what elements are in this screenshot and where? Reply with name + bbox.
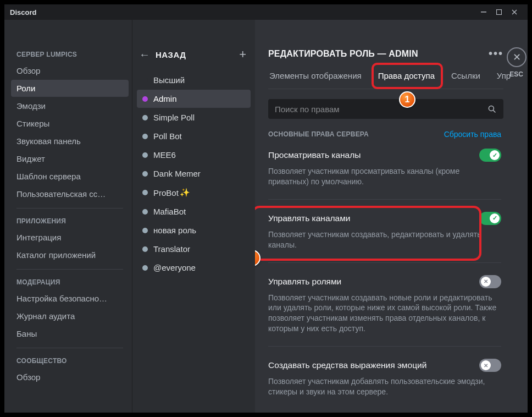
sidebar-item-app-directory[interactable]: Каталог приложений (11, 246, 129, 264)
sidebar-item-soundboard[interactable]: Звуковая панель (11, 133, 129, 150)
role-color-dot (142, 228, 148, 233)
permissions-category: ОСНОВНЫЕ ПРАВА СЕРВЕРА (268, 130, 369, 138)
role-item[interactable]: новая роль (137, 221, 251, 239)
server-name-header: СЕРВЕР LUMPICS (11, 47, 129, 62)
page-title: РЕДАКТИРОВАТЬ РОЛЬ — ADMIN (268, 49, 418, 59)
role-color-dot (142, 134, 148, 139)
permission-item: Создавать средства выражения эмоцийПозво… (268, 359, 501, 409)
titlebar: Discord (4, 4, 528, 20)
role-color-dot (142, 190, 148, 195)
sidebar-item-widget[interactable]: Виджет (11, 150, 129, 167)
search-icon (487, 104, 497, 114)
permission-description: Позволяет участникам добавлять пользоват… (268, 376, 501, 397)
tab-links[interactable]: Ссылки (450, 71, 481, 89)
role-item[interactable]: Dank Memer (137, 164, 251, 183)
permission-item: Управлять ролямиПозволяет участникам соз… (268, 275, 501, 347)
role-item[interactable]: @everyone (137, 259, 251, 277)
sidebar-item-integrations[interactable]: Интеграция (11, 229, 129, 246)
permission-item: Управлять каналамиПозволяет участникам с… (268, 212, 501, 263)
role-item[interactable]: Poll Bot (137, 127, 251, 145)
sidebar-divider (16, 208, 123, 209)
tab-manage[interactable]: Упр (496, 71, 512, 89)
role-color-dot (142, 96, 148, 102)
role-color-dot (142, 152, 148, 158)
permission-description: Позволяет участникам создавать, редактир… (268, 229, 501, 250)
minimize-button[interactable] (476, 7, 491, 18)
sidebar-item-overview[interactable]: Обзор (11, 62, 129, 79)
annotation-badge-1: 1 (399, 91, 415, 108)
sparkle-icon: ✨ (180, 188, 190, 197)
permission-toggle[interactable] (479, 212, 501, 225)
sidebar-item-bans[interactable]: Баны (11, 325, 129, 342)
role-label: Poll Bot (153, 131, 182, 141)
add-role-button[interactable]: + (239, 47, 246, 62)
role-color-dot (142, 246, 148, 252)
close-settings-button[interactable]: ✕ (507, 47, 527, 67)
sidebar-cat-apps: ПРИЛОЖЕНИЯ (11, 214, 129, 228)
role-label: Admin (153, 94, 177, 103)
role-label: Высший (153, 75, 185, 85)
role-tabs: Элементы отображения Права доступа Ссылк… (268, 71, 503, 89)
role-color-dot (142, 209, 148, 215)
svg-rect-0 (481, 12, 486, 13)
role-color-dot (142, 265, 148, 271)
sidebar-item-custom-link[interactable]: Пользовательская сс… (11, 185, 129, 202)
sidebar-item-stickers[interactable]: Стикеры (11, 115, 129, 132)
reset-permissions-link[interactable]: Сбросить права (444, 130, 501, 139)
permission-item: Просматривать каналыПозволяет участникам… (268, 149, 501, 200)
role-label: Simple Poll (153, 113, 195, 122)
permission-toggle[interactable] (479, 275, 501, 288)
permission-description: Позволяет участникам создавать новые рол… (268, 293, 501, 334)
role-color-dot (142, 171, 148, 177)
role-item[interactable]: Admin (137, 90, 251, 108)
server-settings-sidebar: СЕРВЕР LUMPICS Обзор Роли Эмодзи Стикеры… (4, 20, 132, 413)
app-title: Discord (10, 8, 36, 17)
role-item[interactable]: Translator (137, 240, 251, 258)
tab-permissions[interactable]: Права доступа (377, 71, 436, 89)
sidebar-item-safety[interactable]: Настройка безопасно… (11, 290, 129, 307)
sidebar-divider (16, 269, 123, 270)
permission-description: Позволяет участникам просматривать канал… (268, 166, 501, 187)
role-item[interactable]: Simple Poll (137, 108, 251, 127)
role-label: Translator (153, 244, 190, 254)
role-color-dot (142, 115, 148, 120)
role-item[interactable]: ProBot ✨ (137, 183, 251, 202)
permission-title: Просматривать каналы (268, 150, 361, 160)
sidebar-item-roles[interactable]: Роли (11, 80, 129, 97)
back-label[interactable]: НАЗАД (156, 50, 186, 59)
role-item[interactable]: Высший (137, 71, 251, 89)
close-window-button[interactable] (507, 7, 522, 18)
roles-list-sidebar: ← НАЗАД + ВысшийAdminSimple PollPoll Bot… (132, 20, 255, 413)
search-input[interactable] (275, 105, 487, 114)
role-label: новая роль (153, 226, 196, 235)
back-arrow-icon[interactable]: ← (139, 48, 150, 61)
sidebar-item-audit-log[interactable]: Журнал аудита (11, 308, 129, 325)
permissions-search[interactable] (268, 99, 503, 119)
role-label: MEE6 (153, 150, 176, 160)
sidebar-item-template[interactable]: Шаблон сервера (11, 168, 129, 185)
permission-title: Управлять ролями (268, 277, 341, 287)
sidebar-item-community-overview[interactable]: Обзор (11, 369, 129, 386)
maximize-button[interactable] (491, 7, 507, 18)
permission-toggle[interactable] (479, 149, 501, 162)
role-color-dot (142, 78, 148, 83)
permission-title: Создавать средства выражения эмоций (268, 360, 426, 370)
sidebar-divider (16, 348, 123, 348)
role-label: Dank Memer (153, 169, 201, 178)
permission-title: Управлять каналами (268, 213, 350, 223)
role-edit-panel: ✕ ESC РЕДАКТИРОВАТЬ РОЛЬ — ADMIN ••• Эле… (255, 20, 528, 413)
more-options-icon[interactable]: ••• (489, 47, 503, 60)
role-label: MafiaBot (153, 207, 186, 216)
role-label: ProBot (153, 188, 179, 197)
sidebar-cat-community: СООБЩЕСТВО (11, 354, 129, 368)
sidebar-cat-moderation: МОДЕРАЦИЯ (11, 275, 129, 289)
sidebar-item-emoji[interactable]: Эмодзи (11, 97, 129, 114)
role-item[interactable]: MafiaBot (137, 202, 251, 221)
tab-display[interactable]: Элементы отображения (268, 71, 363, 89)
role-item[interactable]: MEE6 (137, 146, 251, 164)
role-label: @everyone (153, 263, 196, 272)
annotation-badge-2: 2 (255, 250, 261, 266)
svg-rect-1 (497, 10, 502, 15)
permission-toggle[interactable] (479, 359, 501, 372)
